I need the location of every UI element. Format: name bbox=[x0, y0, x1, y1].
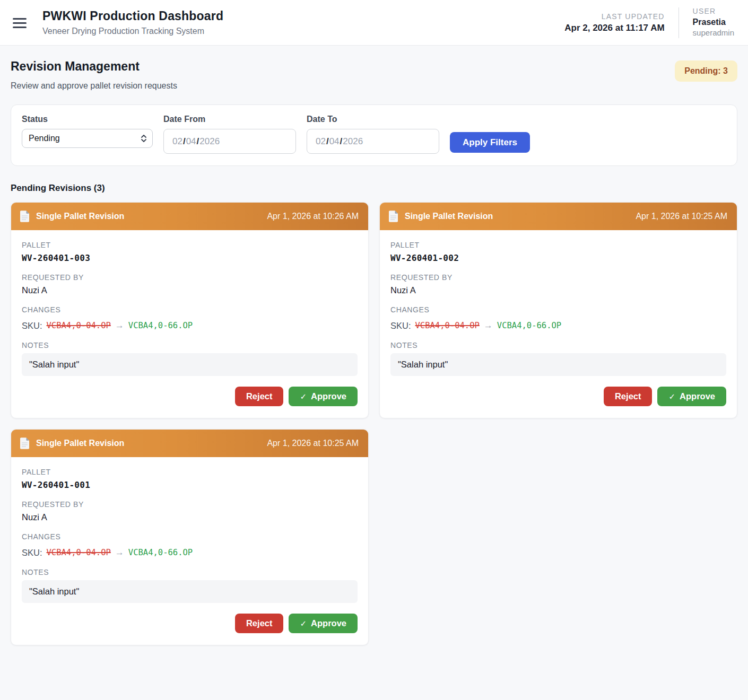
revision-card-header: Single Pallet Revision Apr 1, 2026 at 10… bbox=[11, 203, 368, 230]
notes-value: "Salah input" bbox=[390, 353, 726, 376]
app-subtitle: Veneer Drying Production Tracking System bbox=[42, 27, 564, 36]
revision-cards-grid: Single Pallet Revision Apr 1, 2026 at 10… bbox=[11, 202, 737, 645]
date-to-month: 04 bbox=[329, 136, 340, 147]
requested-by-value: Nuzi A bbox=[390, 285, 726, 295]
sku-new-value: VCBA4,0-66.OP bbox=[128, 548, 193, 557]
requested-by-label: REQUESTED BY bbox=[22, 273, 358, 282]
notes-value: "Salah input" bbox=[22, 353, 358, 376]
revision-type: Single Pallet Revision bbox=[405, 212, 493, 221]
revision-card: Single Pallet Revision Apr 1, 2026 at 10… bbox=[11, 429, 369, 645]
page-title: Revision Management bbox=[11, 59, 177, 74]
revision-timestamp: Apr 1, 2026 at 10:25 AM bbox=[636, 212, 727, 221]
revision-card: Single Pallet Revision Apr 1, 2026 at 10… bbox=[379, 202, 737, 418]
user-name: Prasetia bbox=[693, 17, 734, 28]
user-info: USER Prasetia superadmin bbox=[693, 7, 734, 38]
header-divider bbox=[679, 7, 679, 38]
sku-prefix: SKU: bbox=[22, 548, 42, 558]
pallet-label: PALLET bbox=[22, 241, 358, 249]
pallet-value: WV-260401-002 bbox=[390, 253, 726, 263]
last-updated-label: LAST UPDATED bbox=[564, 12, 664, 21]
page-content: Revision Management Review and approve p… bbox=[0, 46, 748, 661]
pallet-label: PALLET bbox=[390, 241, 726, 249]
pending-count-badge: Pending: 3 bbox=[675, 60, 737, 82]
date-from-month: 04 bbox=[186, 136, 196, 147]
pallet-value: WV-260401-003 bbox=[22, 253, 358, 263]
requested-by-label: REQUESTED BY bbox=[390, 273, 726, 282]
date-from-input[interactable]: 02/04/2026 bbox=[163, 129, 296, 154]
changes-label: CHANGES bbox=[22, 305, 358, 314]
arrow-right-icon: → bbox=[115, 547, 124, 558]
approve-button[interactable]: ✓Approve bbox=[289, 387, 358, 406]
pending-revisions-heading: Pending Revisions (3) bbox=[11, 183, 737, 194]
document-icon bbox=[20, 211, 30, 222]
last-updated: LAST UPDATED Apr 2, 2026 at 11:17 AM bbox=[564, 12, 664, 33]
app-title-block: PWKWI Production Dashboard Veneer Drying… bbox=[42, 9, 564, 36]
requested-by-label: REQUESTED BY bbox=[22, 500, 358, 509]
filter-bar: Status Pending Date From 02/04/2026 Date… bbox=[11, 104, 737, 166]
status-selected-value: Pending bbox=[29, 134, 60, 143]
check-icon: ✓ bbox=[668, 392, 675, 401]
revision-card: Single Pallet Revision Apr 1, 2026 at 10… bbox=[11, 202, 369, 418]
revision-card-header: Single Pallet Revision Apr 1, 2026 at 10… bbox=[380, 203, 737, 230]
revision-type: Single Pallet Revision bbox=[36, 212, 124, 221]
hamburger-menu-icon[interactable] bbox=[13, 18, 27, 28]
notes-label: NOTES bbox=[22, 568, 358, 576]
apply-filters-button[interactable]: Apply Filters bbox=[450, 132, 530, 153]
notes-value: "Salah input" bbox=[22, 580, 358, 603]
notes-label: NOTES bbox=[390, 341, 726, 349]
arrow-right-icon: → bbox=[484, 320, 493, 331]
status-select[interactable]: Pending bbox=[22, 129, 153, 148]
check-icon: ✓ bbox=[300, 619, 307, 628]
reject-button[interactable]: Reject bbox=[235, 387, 284, 406]
date-from-year: 2026 bbox=[199, 136, 220, 147]
check-icon: ✓ bbox=[300, 392, 307, 401]
user-label: USER bbox=[693, 7, 734, 16]
revision-type: Single Pallet Revision bbox=[36, 439, 124, 448]
document-icon bbox=[388, 211, 398, 222]
pallet-value: WV-260401-001 bbox=[22, 480, 358, 490]
status-label: Status bbox=[22, 115, 153, 124]
requested-by-value: Nuzi A bbox=[22, 512, 358, 522]
app-header: PWKWI Production Dashboard Veneer Drying… bbox=[0, 0, 748, 46]
sku-new-value: VCBA4,0-66.OP bbox=[497, 321, 561, 330]
sku-old-value: VCBA4,0-04.OP bbox=[47, 321, 111, 330]
reject-button[interactable]: Reject bbox=[235, 614, 284, 633]
revision-timestamp: Apr 1, 2026 at 10:26 AM bbox=[267, 212, 359, 221]
page-subtitle: Review and approve pallet revision reque… bbox=[11, 81, 177, 91]
date-to-year: 2026 bbox=[343, 136, 363, 147]
date-to-input[interactable]: 02/04/2026 bbox=[307, 129, 439, 154]
date-from-day: 02 bbox=[172, 136, 182, 147]
select-chevrons-icon bbox=[141, 134, 147, 143]
pallet-label: PALLET bbox=[22, 468, 358, 476]
date-to-day: 02 bbox=[316, 136, 326, 147]
revision-timestamp: Apr 1, 2026 at 10:25 AM bbox=[267, 439, 359, 448]
user-role: superadmin bbox=[693, 28, 734, 38]
document-icon bbox=[20, 438, 30, 449]
reject-button[interactable]: Reject bbox=[604, 387, 653, 406]
revision-card-header: Single Pallet Revision Apr 1, 2026 at 10… bbox=[11, 430, 368, 457]
notes-label: NOTES bbox=[22, 341, 358, 349]
app-title: PWKWI Production Dashboard bbox=[42, 9, 564, 23]
last-updated-value: Apr 2, 2026 at 11:17 AM bbox=[564, 23, 664, 33]
arrow-right-icon: → bbox=[115, 320, 124, 331]
approve-button[interactable]: ✓Approve bbox=[657, 387, 726, 406]
changes-label: CHANGES bbox=[22, 532, 358, 541]
approve-button[interactable]: ✓Approve bbox=[289, 614, 358, 633]
changes-label: CHANGES bbox=[390, 305, 726, 314]
sku-old-value: VCBA4,0-04.OP bbox=[415, 321, 480, 330]
date-from-label: Date From bbox=[163, 115, 296, 124]
sku-new-value: VCBA4,0-66.OP bbox=[128, 321, 193, 330]
requested-by-value: Nuzi A bbox=[22, 285, 358, 295]
sku-prefix: SKU: bbox=[390, 321, 411, 331]
sku-old-value: VCBA4,0-04.OP bbox=[47, 548, 111, 557]
date-to-label: Date To bbox=[307, 115, 439, 124]
sku-prefix: SKU: bbox=[22, 321, 42, 331]
